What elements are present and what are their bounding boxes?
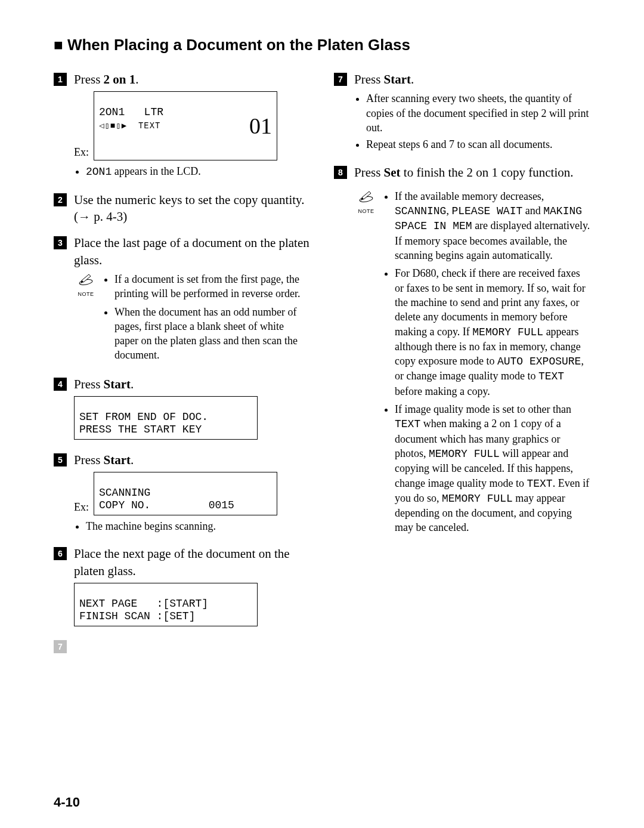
step-number-6: 6	[54, 547, 67, 560]
step-7-bullet1: After scanning every two sheets, the qua…	[366, 91, 590, 135]
step-2-text-b: )	[123, 209, 127, 224]
step-8-text-a: Press	[354, 165, 384, 180]
left-column: 1 Press 2 on 1. Ex: 2ON1 LTR ◁▯■▯▶ TEXT …	[54, 71, 310, 663]
step-number-7: 7	[334, 73, 347, 86]
step-1-bullet1: 2ON1 appears in the LCD.	[86, 164, 310, 179]
step-8-note3: If image quality mode is set to other th…	[395, 402, 590, 535]
step-1-lcd-line1: 2ON1 LTR	[99, 106, 163, 118]
step-3-note1: If a document is set from the first page…	[114, 272, 310, 301]
step-5-lcd-line1: SCANNING	[99, 487, 150, 499]
step-3: 3 Place the last page of a document on t…	[54, 234, 310, 366]
step-5-ex-label: Ex:	[74, 500, 89, 515]
step-1-text-a: Press	[74, 72, 104, 86]
section-title: When Placing a Document on the Platen Gl…	[54, 36, 590, 54]
step-6-lcd-line2: FINISH SCAN :[SET]	[79, 610, 195, 622]
step-8-text-c: to finish the 2 on 1 copy function.	[401, 165, 574, 180]
step-8-key: Set	[384, 165, 401, 180]
step-5-text-c: .	[131, 453, 134, 467]
step-7-text-c: .	[411, 72, 414, 86]
step-7-key: Start	[384, 72, 411, 86]
step-5-text-a: Press	[74, 453, 104, 467]
step-1-lcd: 2ON1 LTR ◁▯■▯▶ TEXT 01	[94, 91, 277, 160]
pencil-icon	[78, 272, 94, 285]
step-8: 8 Press Set to finish the 2 on 1 copy fu…	[334, 164, 590, 539]
step-number-5: 5	[54, 453, 67, 466]
step-5-key: Start	[104, 453, 131, 467]
two-column-layout: 1 Press 2 on 1. Ex: 2ON1 LTR ◁▯■▯▶ TEXT …	[54, 71, 590, 663]
step-1-ex-label: Ex:	[74, 145, 89, 160]
step-4-lcd-line1: SET FROM END OF DOC.	[79, 411, 208, 423]
step-5-bullet1: The machine begins scanning.	[86, 519, 310, 533]
note-icon: NOTE	[354, 189, 378, 215]
step-3-note2: When the document has an odd number of p…	[114, 305, 310, 363]
step-4: 4 Press Start. SET FROM END OF DOC. PRES…	[54, 376, 310, 442]
step-8-note1: If the available memory decreases, SCANN…	[395, 189, 590, 262]
step-1-text-c: .	[135, 72, 138, 86]
step-6-lcd: NEXT PAGE :[START] FINISH SCAN :[SET]	[74, 583, 258, 626]
step-number-4: 4	[54, 378, 67, 391]
step-6: 6 Place the next page of the document on…	[54, 545, 310, 628]
step-number-1: 1	[54, 73, 67, 86]
step-5: 5 Press Start. Ex: SCANNING COPY NO. 001…	[54, 452, 310, 536]
pencil-icon	[358, 189, 374, 202]
step-7-bullet2: Repeat steps 6 and 7 to scan all documen…	[366, 137, 590, 152]
step-4-text-c: .	[131, 377, 134, 391]
note-label: NOTE	[354, 208, 378, 215]
page-number: 4-10	[54, 795, 80, 810]
step-5-lcd-line2: COPY NO. 0015	[99, 499, 234, 511]
note-label: NOTE	[74, 291, 98, 298]
step-1-lcd-big: 01	[249, 115, 272, 137]
step-4-key: Start	[104, 377, 131, 391]
step-2-ref: p. 4-3	[78, 209, 123, 224]
step-1: 1 Press 2 on 1. Ex: 2ON1 LTR ◁▯■▯▶ TEXT …	[54, 71, 310, 182]
step-8-note2: For D680, check if there are received fa…	[395, 266, 590, 398]
step-5-lcd: SCANNING COPY NO. 0015	[94, 472, 277, 515]
note-icon: NOTE	[74, 272, 98, 298]
step-2: 2 Use the numeric keys to set the copy q…	[54, 191, 310, 225]
step-4-lcd: SET FROM END OF DOC. PRESS THE START KEY	[74, 396, 258, 440]
step-1-lcd-line2: ◁▯■▯▶ TEXT	[99, 121, 161, 131]
step-number-8: 8	[334, 166, 347, 179]
step-7-ghost: 7	[54, 638, 310, 653]
step-4-text-a: Press	[74, 377, 104, 391]
right-column: 7 Press Start. After scanning every two …	[334, 71, 590, 663]
step-6-lcd-line1: NEXT PAGE :[START]	[79, 598, 208, 610]
step-number-ghost: 7	[54, 640, 67, 653]
step-number-3: 3	[54, 236, 67, 249]
step-7: 7 Press Start. After scanning every two …	[334, 71, 590, 155]
step-number-2: 2	[54, 193, 67, 206]
step-4-lcd-line2: PRESS THE START KEY	[79, 424, 202, 435]
step-1-key: 2 on 1	[104, 72, 136, 86]
step-3-text: Place the last page of a document on the…	[74, 234, 310, 268]
step-6-text: Place the next page of the document on t…	[74, 545, 310, 579]
step-7-text-a: Press	[354, 72, 384, 86]
